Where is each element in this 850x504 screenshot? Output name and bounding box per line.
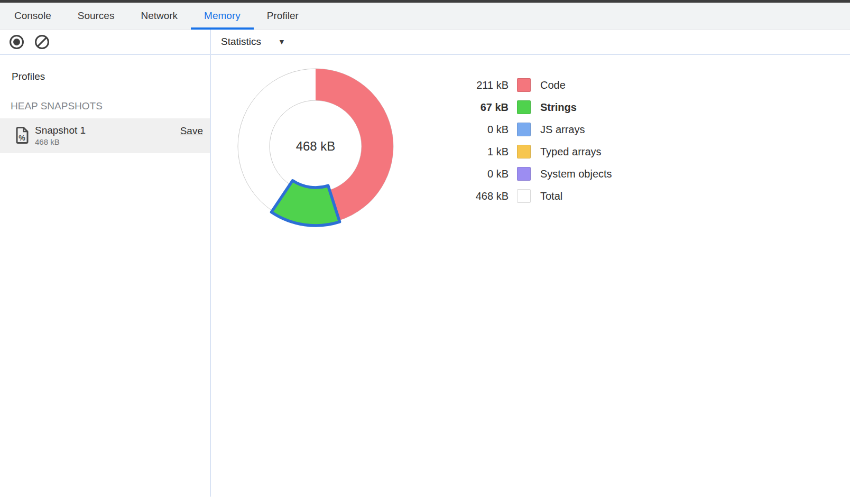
legend-swatch-total (517, 189, 531, 203)
tab-network[interactable]: Network (127, 3, 191, 29)
legend-value: 0 kB (453, 124, 509, 136)
svg-text:%: % (19, 134, 25, 142)
tab-console[interactable]: Console (1, 3, 64, 29)
record-icon[interactable] (10, 35, 24, 49)
legend-swatch-typed-arrays (517, 145, 531, 158)
devtools-tabbar: ConsoleSourcesNetworkMemoryProfiler (0, 3, 850, 30)
legend-row-js-arrays[interactable]: 0 kBJS arrays (453, 118, 612, 141)
legend-value: 0 kB (453, 168, 509, 180)
legend-row-typed-arrays[interactable]: 1 kBTyped arrays (453, 141, 612, 163)
save-snapshot-link[interactable]: Save (180, 125, 203, 137)
legend-value: 211 kB (453, 79, 509, 91)
legend-value: 1 kB (453, 146, 509, 158)
record-dot (13, 39, 20, 45)
snapshot-size: 468 kB (35, 137, 60, 146)
profiles-title: Profiles (12, 71, 45, 82)
heap-snapshots-section-title: HEAP SNAPSHOTS (11, 100, 103, 112)
toolbar-left-group (10, 30, 49, 54)
pie-legend: 211 kBCode67 kBStrings0 kBJS arrays1 kBT… (453, 74, 612, 207)
profiles-sidebar: Profiles HEAP SNAPSHOTS % Snapshot 1 468… (0, 55, 210, 504)
snapshot-list-item[interactable]: % Snapshot 1 468 kB Save (0, 118, 210, 153)
legend-label: Code (540, 79, 566, 91)
legend-swatch-strings (517, 100, 531, 114)
legend-label: JS arrays (540, 124, 585, 136)
clear-profiles-icon[interactable] (35, 35, 49, 49)
legend-row-system-objects[interactable]: 0 kBSystem objects (453, 163, 612, 185)
chevron-down-icon: ▼ (278, 38, 285, 46)
legend-label: Strings (540, 101, 577, 114)
statistics-view: 468 kB 211 kBCode67 kBStrings0 kBJS arra… (211, 55, 850, 504)
legend-row-total[interactable]: 468 kBTotal (453, 185, 612, 207)
legend-value: 468 kB (453, 190, 509, 202)
pie-center-total-label: 468 kB (296, 139, 336, 154)
tab-sources[interactable]: Sources (64, 3, 128, 29)
heap-snapshot-file-icon: % (16, 126, 29, 144)
memory-toolbar: Statistics ▼ (0, 30, 850, 55)
legend-label: Total (540, 190, 562, 202)
snapshot-name: Snapshot 1 (35, 125, 86, 136)
legend-label: System objects (540, 168, 612, 180)
legend-value: 67 kB (453, 101, 509, 114)
tab-profiler[interactable]: Profiler (254, 3, 312, 29)
legend-label: Typed arrays (540, 146, 602, 158)
legend-swatch-system-objects (517, 167, 531, 181)
legend-swatch-code (517, 78, 531, 92)
pie-slice-strings[interactable] (271, 181, 339, 226)
legend-swatch-js-arrays (517, 123, 531, 136)
perspective-dropdown-label: Statistics (221, 36, 261, 48)
legend-row-strings[interactable]: 67 kBStrings (453, 96, 612, 118)
tab-memory[interactable]: Memory (191, 3, 254, 29)
legend-row-code[interactable]: 211 kBCode (453, 74, 612, 96)
perspective-dropdown[interactable]: Statistics ▼ (221, 30, 285, 54)
